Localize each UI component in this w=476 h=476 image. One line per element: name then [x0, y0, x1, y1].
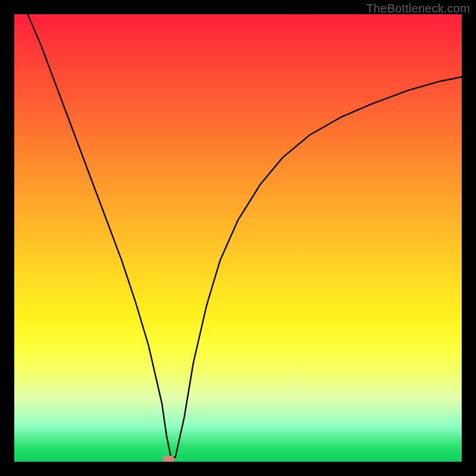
bottleneck-curve [14, 14, 462, 462]
plot-area [14, 14, 462, 462]
watermark-text: TheBottleneck.com [366, 2, 470, 15]
chart-frame: TheBottleneck.com [0, 0, 476, 476]
minimum-marker [162, 456, 174, 462]
